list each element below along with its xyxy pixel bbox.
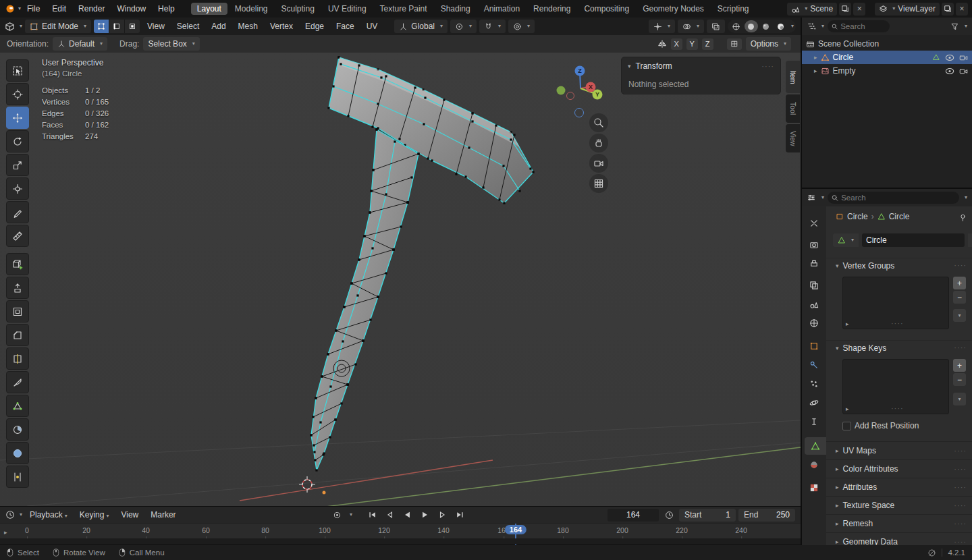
workspace-texture-paint[interactable]: Texture Paint: [374, 3, 433, 15]
pin-icon[interactable]: [959, 213, 967, 222]
menu-marker[interactable]: Marker: [146, 510, 180, 520]
menu-file[interactable]: File: [21, 0, 46, 18]
timeline-editor-icon[interactable]: [5, 510, 15, 520]
frame-end-field[interactable]: End 250: [738, 509, 795, 522]
filter-icon[interactable]: [950, 22, 959, 31]
menu-add[interactable]: Add: [207, 22, 230, 31]
shape-key-add-button[interactable]: +: [953, 359, 966, 372]
tool-smooth[interactable]: [6, 442, 29, 464]
tool-edge-slide[interactable]: [6, 466, 29, 488]
tab-physics-props[interactable]: [802, 394, 826, 412]
add-rest-position-checkbox[interactable]: [842, 422, 851, 430]
viewport-3d[interactable]: User Perspective (164) Circle Objects1 /…: [0, 53, 801, 506]
eye-icon[interactable]: [945, 54, 954, 61]
expand-icon[interactable]: ▸: [846, 320, 849, 327]
tool-extrude[interactable]: [6, 277, 29, 299]
options-dropdown[interactable]: Options ▾: [746, 37, 791, 51]
eye-icon[interactable]: [945, 67, 954, 75]
tab-viewlayer-props[interactable]: [802, 277, 826, 294]
menu-help[interactable]: Help: [152, 0, 181, 18]
menu-view-timeline[interactable]: View: [116, 510, 143, 520]
play-reverse-button[interactable]: [400, 508, 414, 522]
mirror-x-button[interactable]: X: [671, 38, 682, 50]
tool-loop-cut[interactable]: [6, 347, 29, 370]
properties-editor-dropdown-icon[interactable]: ▾: [821, 195, 824, 200]
panel-shape-keys[interactable]: ▾ Shape Keys ····: [826, 340, 972, 355]
tab-scene-props[interactable]: [802, 296, 826, 313]
workspace-modeling[interactable]: Modeling: [229, 3, 274, 15]
face-select-mode-button[interactable]: [125, 20, 140, 33]
outliner-editor-dropdown-icon[interactable]: ▾: [821, 24, 824, 29]
outliner-editor-icon[interactable]: [807, 22, 816, 31]
tab-object-props[interactable]: [802, 337, 826, 355]
tab-object-data-props[interactable]: [805, 437, 826, 455]
vertex-groups-list[interactable]: ▸ ····: [842, 277, 949, 329]
workspace-compositing[interactable]: Compositing: [578, 3, 635, 15]
viewlayer-copy-button[interactable]: [942, 3, 954, 16]
next-keyframe-button[interactable]: [435, 508, 450, 522]
grip-icon[interactable]: ····: [954, 262, 967, 269]
tab-tool[interactable]: Tool: [786, 94, 800, 123]
outliner-row-scene-collection[interactable]: Scene Collection: [802, 37, 972, 51]
menu-render[interactable]: Render: [72, 0, 111, 18]
menu-select[interactable]: Select: [172, 22, 204, 31]
timeline-editor-dropdown-icon[interactable]: ▾: [20, 512, 22, 517]
scene-delete-button[interactable]: ×: [853, 3, 865, 16]
tab-view[interactable]: View: [786, 124, 800, 152]
rendered-shading-button[interactable]: [774, 20, 788, 32]
zoom-button[interactable]: [589, 113, 608, 132]
tool-inset[interactable]: [6, 300, 29, 323]
vertex-group-add-button[interactable]: +: [953, 277, 966, 289]
drag-mode-selector[interactable]: Select Box ▾: [143, 37, 199, 51]
jump-to-end-button[interactable]: [452, 508, 467, 522]
autokey-dropdown-icon[interactable]: ▾: [350, 512, 352, 517]
snap-settings-button[interactable]: [727, 38, 742, 50]
tool-measure[interactable]: [6, 225, 29, 247]
camera-restrict-icon[interactable]: [959, 54, 968, 61]
workspace-layout[interactable]: Layout: [191, 3, 227, 15]
panel-remesh[interactable]: ▸ Remesh ····: [826, 514, 972, 532]
material-shading-button[interactable]: [759, 20, 773, 32]
camera-view-button[interactable]: [589, 154, 608, 173]
menu-face[interactable]: Face: [331, 22, 359, 31]
grip-icon[interactable]: ····: [954, 502, 967, 509]
panel-texture-space[interactable]: ▸ Texture Space ····: [826, 496, 972, 514]
transform-panel-header[interactable]: ▾ Transform ····: [622, 57, 780, 75]
grip-icon[interactable]: ····: [954, 538, 967, 546]
pivot-point-selector[interactable]: ▾: [450, 20, 477, 33]
menu-playback[interactable]: Playback▾: [25, 510, 72, 520]
tab-particle-props[interactable]: [802, 375, 826, 393]
axis-neg-x-ball[interactable]: [567, 92, 574, 100]
auto-keyframe-button[interactable]: [330, 508, 345, 522]
timeline-collapse-icon[interactable]: ▸: [4, 529, 7, 536]
tab-render-props[interactable]: [802, 236, 826, 254]
play-button[interactable]: [417, 508, 432, 522]
grip-icon[interactable]: ····: [954, 484, 967, 491]
panel-vertex-groups[interactable]: ▾ Vertex Groups ····: [826, 258, 972, 273]
vertex-select-mode-button[interactable]: [94, 20, 109, 33]
expand-icon[interactable]: ▸: [814, 67, 817, 74]
mirror-z-button[interactable]: Z: [702, 38, 713, 50]
breadcrumb-data-name[interactable]: Circle: [889, 212, 910, 221]
workspace-shading[interactable]: Shading: [435, 3, 477, 15]
grip-icon[interactable]: ····: [891, 320, 904, 327]
timeline-channel-strip[interactable]: [0, 538, 801, 544]
workspace-uv-editing[interactable]: UV Editing: [322, 3, 373, 15]
shape-key-remove-button[interactable]: −: [953, 373, 966, 386]
viewport-canvas[interactable]: [0, 53, 801, 506]
shading-dropdown-icon[interactable]: ▾: [791, 24, 794, 29]
show-overlays-toggle[interactable]: ▾: [678, 20, 704, 33]
shape-keys-list[interactable]: ▸ ····: [842, 359, 949, 414]
tool-bevel[interactable]: [6, 324, 29, 346]
preview-range-button[interactable]: [662, 508, 676, 522]
outliner-search-input[interactable]: [840, 22, 886, 30]
panel-attributes[interactable]: ▸ Attributes ····: [826, 478, 972, 496]
grip-icon[interactable]: ····: [954, 520, 967, 528]
menu-uv[interactable]: UV: [362, 22, 383, 31]
menu-vertex[interactable]: Vertex: [265, 22, 298, 31]
tab-modifier-props[interactable]: [802, 356, 826, 374]
tool-rotate[interactable]: [6, 130, 29, 152]
viewlayer-delete-button[interactable]: ×: [956, 3, 968, 16]
workspace-rendering[interactable]: Rendering: [527, 3, 576, 15]
scene-selector[interactable]: ▾ Scene: [787, 3, 837, 16]
